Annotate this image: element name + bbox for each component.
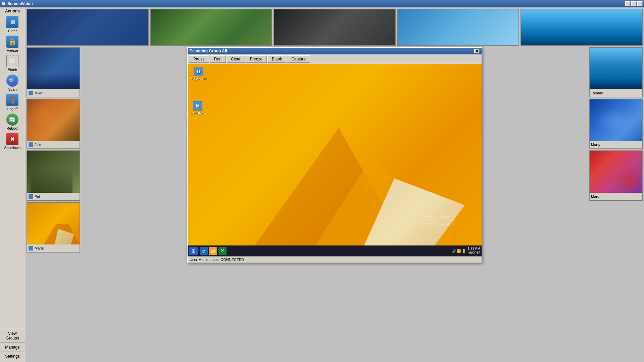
scan-status-bar: User Marie status: CONNECTED: [188, 256, 482, 263]
scan-dialog-title-text: Scanning Group All: [190, 49, 227, 53]
folder-button[interactable]: 📁: [209, 247, 217, 255]
freeze-button[interactable]: 🔒 Freeze: [1, 34, 24, 54]
screens-right: Tammy Marty: [589, 47, 643, 361]
scan-taskbar: ⊞ e 📁 X 🔊 📶 🔋 1:38 PM 1/8/2015: [188, 245, 482, 256]
marie-label: Marie: [35, 246, 44, 250]
marc-label: Marc: [591, 194, 599, 198]
screen-marty[interactable]: Marty: [589, 99, 643, 149]
start-button[interactable]: ⊞: [189, 247, 198, 255]
top-screen-3[interactable]: [274, 9, 396, 46]
activate-windows-text: Activate Windows Go to PC settings to ac…: [416, 215, 455, 225]
ie-button[interactable]: e: [200, 247, 208, 255]
main-scan-area: Scanning Group All ✕ Pause Run Clear Fre…: [82, 47, 588, 361]
reboot-label: Reboot: [6, 126, 18, 130]
settings-button[interactable]: Settings: [0, 352, 25, 361]
screens-left: Mike Jake: [27, 47, 80, 361]
full-layout: Mike Jake: [27, 9, 643, 361]
dialog-blank-button[interactable]: Blank: [267, 55, 286, 63]
scan-desktop[interactable]: ♻ Recycle Bin 🖥 ScreenW... Activate Wind: [188, 64, 482, 245]
title-bar-left: 🖥 ScreenWatch: [1, 1, 33, 6]
dialog-clear-button[interactable]: Clear: [227, 55, 245, 63]
sidebar: Actions 🖥 Clear 🔒 Freeze ⬜ Blank 🔍 Scan …: [0, 7, 25, 362]
reboot-icon: 🔄: [6, 114, 18, 126]
maximize-button[interactable]: □: [631, 1, 637, 6]
jake-icon: [29, 142, 33, 147]
scan-dialog-title: Scanning Group All ✕: [188, 48, 482, 54]
clear-button[interactable]: 🖥 Clear: [1, 15, 24, 34]
marty-label: Marty: [591, 143, 600, 147]
manage-button[interactable]: Manage: [0, 343, 25, 352]
shutdown-icon: ✖: [6, 133, 18, 145]
freeze-icon: 🔒: [6, 36, 18, 48]
actions-title: Actions: [5, 9, 20, 13]
freeze-label: Freeze: [7, 48, 18, 52]
reboot-button[interactable]: 🔄 Reboot: [1, 112, 24, 132]
screen-marc[interactable]: Marc: [589, 150, 643, 201]
top-screen-5[interactable]: [521, 9, 643, 46]
logoff-button[interactable]: 🚪 Logoff: [1, 93, 24, 112]
pause-button[interactable]: Pause: [189, 55, 209, 63]
run-button[interactable]: Run: [210, 55, 226, 63]
screen-tammy[interactable]: Tammy: [589, 47, 643, 97]
title-bar: 🖥 ScreenWatch − □ ✕: [0, 0, 644, 7]
mike-label: Mike: [35, 91, 42, 95]
logoff-icon: 🚪: [6, 94, 18, 106]
marie-icon: [29, 246, 33, 251]
mike-icon: [29, 91, 33, 95]
screen-mike[interactable]: Mike: [27, 47, 80, 97]
clear-label: Clear: [8, 29, 17, 33]
content-area: Mike Jake: [25, 7, 644, 362]
excel-button[interactable]: X: [218, 247, 227, 255]
screen-jake[interactable]: Jake: [27, 99, 80, 149]
blank-label: Blank: [8, 68, 17, 72]
desktop-icon-2[interactable]: 🖥 ScreenW...: [190, 101, 205, 115]
scan-dialog: Scanning Group All ✕ Pause Run Clear Fre…: [187, 47, 482, 263]
pat-icon: [29, 194, 33, 199]
scan-status-text: User Marie status: CONNECTED: [190, 258, 244, 262]
scan-button[interactable]: 🔍 Scan: [1, 73, 24, 93]
screens-area: Mike Jake: [27, 47, 643, 361]
jake-label: Jake: [35, 143, 42, 147]
screen-pat[interactable]: Pat: [27, 150, 80, 201]
top-screens-row: [27, 9, 643, 46]
capture-button[interactable]: Capture: [287, 55, 310, 63]
taskbar-icons: 🔊 📶 🔋: [452, 249, 466, 253]
scan-icon: 🔍: [6, 75, 18, 87]
desktop-icon-recycle[interactable]: ♻ Recycle Bin: [190, 67, 206, 80]
minimize-button[interactable]: −: [625, 1, 631, 6]
top-screen-2[interactable]: [150, 9, 272, 46]
scan-label: Scan: [8, 87, 16, 91]
blank-icon: ⬜: [6, 55, 18, 67]
scan-toolbar: Pause Run Clear Freeze Blank Capture: [188, 54, 482, 64]
screen-marie[interactable]: Marie: [27, 202, 80, 253]
desktop-background: ♻ Recycle Bin 🖥 ScreenW... Activate Wind: [188, 64, 482, 245]
close-button[interactable]: ✕: [637, 1, 643, 6]
logoff-label: Logoff: [7, 107, 17, 111]
title-bar-controls: − □ ✕: [625, 1, 643, 6]
sidebar-bottom: View Groups Manage Settings: [0, 329, 25, 362]
taskbar-right: 🔊 📶 🔋 1:38 PM 1/8/2015: [452, 246, 481, 255]
shutdown-label: Shutdown: [4, 146, 21, 150]
top-screen-1[interactable]: [27, 9, 149, 46]
view-groups-button[interactable]: View Groups: [0, 329, 25, 343]
app-icon: 🖥: [1, 1, 6, 6]
app-title: ScreenWatch: [7, 1, 33, 6]
top-screen-4[interactable]: [397, 9, 519, 46]
main-container: Actions 🖥 Clear 🔒 Freeze ⬜ Blank 🔍 Scan …: [0, 7, 644, 362]
tammy-label: Tammy: [591, 91, 603, 95]
scan-dialog-close-button[interactable]: ✕: [474, 49, 480, 53]
shutdown-button[interactable]: ✖ Shutdown: [1, 132, 24, 151]
dialog-freeze-button[interactable]: Freeze: [246, 55, 267, 63]
pat-label: Pat: [35, 194, 40, 198]
clear-icon: 🖥: [6, 16, 18, 28]
taskbar-clock: 1:38 PM 1/8/2015: [467, 246, 480, 255]
blank-button[interactable]: ⬜ Blank: [1, 54, 24, 73]
